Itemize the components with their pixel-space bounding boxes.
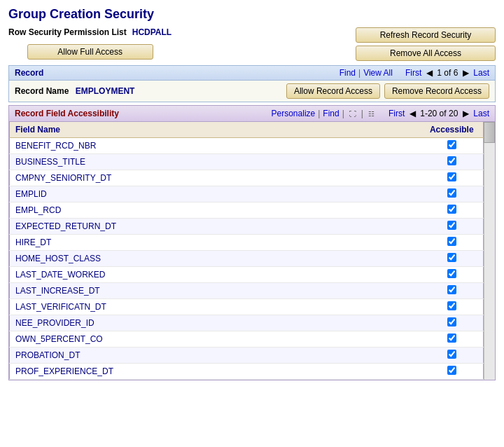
- field-name-cell: EXPECTED_RETURN_DT: [10, 219, 421, 235]
- page-container: Group Creation Security Row Security Per…: [0, 0, 504, 447]
- accessible-checkbox[interactable]: [447, 205, 456, 214]
- accessible-checkbox[interactable]: [447, 301, 456, 310]
- field-prev-arrow[interactable]: ◀: [407, 109, 417, 118]
- field-name-cell: EMPLID: [10, 186, 421, 202]
- field-name-col-header: Field Name: [10, 122, 421, 138]
- field-name-cell: PROBATION_DT: [10, 348, 421, 364]
- table-row: NEE_PROVIDER_ID: [10, 315, 484, 331]
- accessible-checkbox[interactable]: [447, 269, 456, 278]
- table-row: HIRE_DT: [10, 235, 484, 251]
- accessible-cell[interactable]: [421, 154, 484, 170]
- accessible-checkbox[interactable]: [447, 253, 456, 262]
- accessible-cell[interactable]: [421, 364, 484, 380]
- table-row: EXPECTED_RETURN_DT: [10, 219, 484, 235]
- table-body: BENEFIT_RCD_NBRBUSINESS_TITLECMPNY_SENIO…: [10, 138, 484, 380]
- table-row: CMPNY_SENIORITY_DT: [10, 170, 484, 186]
- accessible-checkbox[interactable]: [447, 350, 456, 359]
- field-name-cell: LAST_DATE_WORKED: [10, 267, 421, 283]
- accessible-checkbox[interactable]: [447, 221, 456, 230]
- next-arrow[interactable]: ▶: [461, 68, 470, 78]
- accessible-checkbox[interactable]: [447, 285, 456, 294]
- accessible-checkbox[interactable]: [447, 156, 456, 165]
- table-header: Field Name Accessible: [10, 122, 484, 138]
- accessible-cell[interactable]: [421, 170, 484, 186]
- table-row: PROBATION_DT: [10, 348, 484, 364]
- scrollbar-thumb[interactable]: [484, 122, 495, 143]
- top-left: Row Security Permission List HCDPALL All…: [8, 27, 172, 60]
- field-access-nav: Personalize | Find | ⛶ | ☷ First ◀ 1-20 …: [272, 108, 489, 119]
- first-link[interactable]: First: [405, 68, 421, 78]
- remove-all-access-button[interactable]: Remove All Access: [356, 46, 496, 61]
- table-row: PROF_EXPERIENCE_DT: [10, 364, 484, 380]
- remove-record-access-button[interactable]: Remove Record Access: [384, 83, 489, 99]
- table-row: LAST_VERIFICATN_DT: [10, 299, 484, 315]
- field-name-cell: HOME_HOST_CLASS: [10, 251, 421, 267]
- table-row: HOME_HOST_CLASS: [10, 251, 484, 267]
- allow-full-access-button[interactable]: Allow Full Access: [27, 44, 153, 60]
- top-layout: Row Security Permission List HCDPALL All…: [8, 27, 496, 61]
- field-next-arrow[interactable]: ▶: [461, 109, 470, 118]
- field-first-link[interactable]: First: [388, 109, 405, 118]
- find-link[interactable]: Find: [340, 68, 356, 78]
- record-nav: Find | View All First ◀ 1 of 6 ▶ Last: [340, 68, 489, 78]
- accessible-cell[interactable]: [421, 251, 484, 267]
- field-access-header: Record Field Accessibility Personalize |…: [8, 105, 496, 122]
- field-name-cell: BENEFIT_RCD_NBR: [10, 138, 421, 154]
- field-access-table: Field Name Accessible BENEFIT_RCD_NBRBUS…: [9, 122, 484, 380]
- accessible-checkbox[interactable]: [447, 237, 456, 246]
- accessible-checkbox[interactable]: [447, 333, 456, 343]
- table-row: EMPLID: [10, 186, 484, 202]
- accessible-cell[interactable]: [421, 202, 484, 219]
- table-row: LAST_DATE_WORKED: [10, 267, 484, 283]
- accessible-cell[interactable]: [421, 348, 484, 364]
- accessible-col-header: Accessible: [421, 122, 484, 138]
- accessible-checkbox[interactable]: [447, 140, 456, 149]
- record-action-buttons: Allow Record Access Remove Record Access: [286, 83, 489, 99]
- table-row: BENEFIT_RCD_NBR: [10, 138, 484, 154]
- table-row: LAST_INCREASE_DT: [10, 283, 484, 299]
- accessible-checkbox[interactable]: [447, 188, 456, 198]
- field-last-link[interactable]: Last: [473, 109, 489, 118]
- field-nav-text: 1-20 of 20: [420, 109, 458, 118]
- row-security-line: Row Security Permission List HCDPALL: [8, 27, 172, 37]
- accessible-cell[interactable]: [421, 331, 484, 348]
- accessible-cell[interactable]: [421, 299, 484, 315]
- grid-icon[interactable]: ☷: [366, 108, 377, 119]
- accessible-cell[interactable]: [421, 315, 484, 331]
- top-right-buttons: Refresh Record Security Remove All Acces…: [356, 27, 496, 61]
- field-name-cell: EMPL_RCD: [10, 202, 421, 219]
- table-row: OWN_5PERCENT_CO: [10, 331, 484, 348]
- accessible-cell[interactable]: [421, 267, 484, 283]
- refresh-record-security-button[interactable]: Refresh Record Security: [356, 27, 496, 43]
- field-access-title: Record Field Accessibility: [15, 109, 119, 118]
- accessible-cell[interactable]: [421, 186, 484, 202]
- field-name-cell: LAST_INCREASE_DT: [10, 283, 421, 299]
- record-section-header: Record Find | View All First ◀ 1 of 6 ▶ …: [8, 65, 496, 81]
- personalize-link[interactable]: Personalize: [272, 109, 316, 118]
- last-link[interactable]: Last: [473, 68, 489, 78]
- prev-arrow[interactable]: ◀: [424, 68, 434, 78]
- record-name-row: Record Name EMPLOYMENT Allow Record Acce…: [8, 81, 496, 102]
- record-nav-text: 1 of 6: [437, 68, 458, 78]
- accessible-cell[interactable]: [421, 235, 484, 251]
- accessible-checkbox[interactable]: [447, 366, 456, 375]
- field-name-cell: NEE_PROVIDER_ID: [10, 315, 421, 331]
- page-title: Group Creation Security: [8, 7, 496, 22]
- expand-icon[interactable]: ⛶: [347, 108, 358, 119]
- scrollbar-track[interactable]: [484, 122, 495, 380]
- field-name-cell: LAST_VERIFICATN_DT: [10, 299, 421, 315]
- field-find-link[interactable]: Find: [323, 109, 339, 118]
- field-name-cell: PROF_EXPERIENCE_DT: [10, 364, 421, 380]
- allow-record-access-button[interactable]: Allow Record Access: [286, 83, 380, 99]
- field-name-cell: CMPNY_SENIORITY_DT: [10, 170, 421, 186]
- accessible-cell[interactable]: [421, 283, 484, 299]
- view-all-link[interactable]: View All: [363, 68, 393, 78]
- field-name-cell: BUSINESS_TITLE: [10, 154, 421, 170]
- record-name-label: Record Name: [15, 86, 69, 96]
- accessible-cell[interactable]: [421, 219, 484, 235]
- accessible-checkbox[interactable]: [447, 317, 456, 326]
- record-section-title: Record: [15, 68, 43, 78]
- accessible-checkbox[interactable]: [447, 172, 456, 181]
- table-wrapper: Field Name Accessible BENEFIT_RCD_NBRBUS…: [8, 122, 496, 380]
- accessible-cell[interactable]: [421, 138, 484, 154]
